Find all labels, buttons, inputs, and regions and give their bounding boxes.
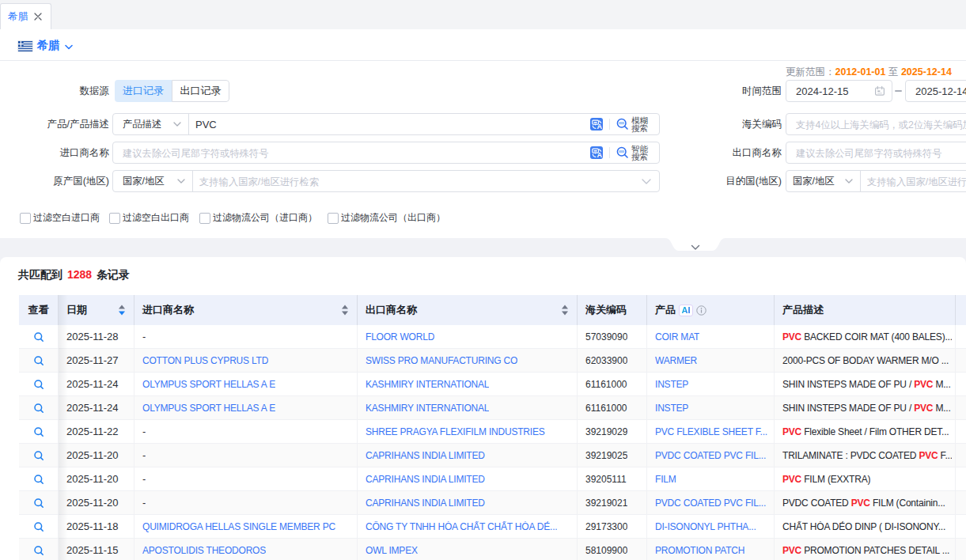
view-record-icon[interactable]	[33, 355, 44, 366]
product-type-select[interactable]: 产品描述	[113, 114, 189, 134]
view-record-icon[interactable]	[33, 521, 44, 532]
exporter-cell[interactable]: CAPRIHANS INDIA LIMITED	[358, 491, 578, 515]
exporter-cell[interactable]: KASHMIRY INTERNATIONAL	[358, 373, 578, 396]
product-cell[interactable]: DI-ISONONYL PHTHA...	[647, 515, 775, 539]
view-record-icon[interactable]	[33, 379, 44, 390]
tab-close-icon[interactable]	[34, 13, 42, 21]
tab-greece[interactable]: 希腊	[0, 3, 51, 29]
exporter-cell[interactable]: CAPRIHANS INDIA LIMITED	[358, 467, 578, 491]
exporter-cell[interactable]: KASHMIRY INTERNATIONAL	[358, 396, 578, 420]
column-header-extra	[956, 295, 966, 325]
view-record-icon[interactable]	[33, 331, 44, 342]
product-cell[interactable]: PVDC COATED PVC FIL...	[647, 444, 775, 467]
hs-code-label: 海关编码	[680, 113, 782, 135]
translate-icon[interactable]: A	[590, 118, 603, 131]
product-cell[interactable]: INSTEP	[647, 373, 775, 396]
view-cell[interactable]	[19, 325, 59, 349]
product-cell[interactable]: PVDC COATED PVC FIL...	[647, 491, 775, 515]
filter-checkbox-3[interactable]: 过滤物流公司（出口商）	[328, 212, 445, 224]
view-record-icon[interactable]	[33, 403, 44, 414]
view-cell[interactable]	[19, 420, 59, 444]
sort-control[interactable]	[342, 305, 348, 316]
exporter-cell[interactable]: SHREE PRAGYA FLEXIFILM INDUSTRIES	[358, 420, 578, 444]
filter-panel: 更新范围：2012-01-01 至 2025-12-14 数据源 进口记录 出口…	[0, 61, 966, 238]
product-cell[interactable]: COIR MAT	[647, 325, 775, 349]
view-cell[interactable]	[19, 515, 59, 539]
view-cell[interactable]	[19, 539, 59, 560]
chevron-down-icon	[642, 179, 651, 184]
product-input[interactable]	[189, 114, 590, 134]
date-start-input[interactable]	[786, 81, 874, 101]
view-cell[interactable]	[19, 491, 59, 515]
filter-checkbox-0[interactable]: 过滤空白进口商	[20, 212, 100, 224]
view-cell[interactable]	[19, 444, 59, 467]
filter-checkbox-2[interactable]: 过滤物流公司（进口商）	[199, 212, 317, 224]
chevron-down-icon[interactable]	[65, 44, 73, 50]
column-label: 出口商名称	[366, 303, 417, 317]
translate-icon[interactable]: A	[590, 146, 603, 159]
fuzzy-search-label[interactable]: 模糊搜索	[631, 116, 648, 132]
exporter-input[interactable]	[786, 142, 966, 163]
column-header-importer[interactable]: 进口商名称	[134, 295, 358, 325]
hs-code-input[interactable]	[786, 114, 966, 134]
exporter-cell[interactable]: CAPRIHANS INDIA LIMITED	[358, 444, 578, 467]
view-record-icon[interactable]	[33, 474, 44, 485]
view-cell[interactable]	[19, 396, 59, 420]
smart-search-icon[interactable]	[616, 146, 629, 159]
extra-cell	[956, 491, 966, 515]
table-header: 查看日期进口商名称出口商名称海关编码产品AI产品描述	[19, 295, 966, 325]
destination-input[interactable]	[861, 171, 966, 191]
view-cell[interactable]	[19, 349, 59, 373]
view-record-icon[interactable]	[33, 426, 44, 437]
importer-cell[interactable]: OLYMPUS SPORT HELLAS A E	[134, 396, 358, 420]
origin-field: 国家/地区	[112, 170, 660, 192]
view-record-icon[interactable]	[33, 545, 44, 556]
extra-cell	[956, 373, 966, 396]
origin-input[interactable]	[193, 171, 642, 191]
checkbox-icon[interactable]	[199, 213, 210, 224]
ai-badge: AI	[679, 305, 693, 316]
view-cell[interactable]	[19, 373, 59, 396]
importer-input[interactable]	[113, 142, 590, 163]
column-header-exporter[interactable]: 出口商名称	[358, 295, 578, 325]
date-end-input[interactable]	[906, 81, 966, 101]
filter-checkbox-1[interactable]: 过滤空白出口商	[109, 212, 189, 224]
collapse-panel-tab[interactable]	[665, 238, 725, 252]
column-label: 产品	[655, 303, 676, 317]
svg-text:A: A	[597, 123, 603, 131]
export-records-button[interactable]: 出口记录	[172, 80, 229, 102]
exporter-cell[interactable]: CÔNG TY TNHH HÓA CHẤT CHẤT HÓA DẺ...	[358, 515, 578, 539]
importer-cell[interactable]: APOSTOLIDIS THEODOROS	[134, 539, 358, 560]
importer-cell[interactable]: OLYMPUS SPORT HELLAS A E	[134, 373, 358, 396]
exporter-cell[interactable]: FLOOR WORLD	[358, 325, 578, 349]
product-cell[interactable]: PROMOTION PATCH	[647, 539, 775, 560]
fuzzy-search-icon[interactable]	[616, 118, 629, 131]
importer-cell[interactable]: COTTON PLUS CYPRUS LTD	[134, 349, 358, 373]
origin-type-select[interactable]: 国家/地区	[113, 171, 193, 191]
hs-code-cell: 61161000	[578, 373, 647, 396]
exporter-cell[interactable]: OWL IMPEX	[358, 539, 578, 560]
sort-control[interactable]	[562, 305, 568, 316]
extra-cell	[956, 539, 966, 560]
checkbox-icon[interactable]	[328, 213, 339, 224]
info-icon[interactable]	[696, 305, 707, 316]
column-header-date[interactable]: 日期	[59, 295, 134, 325]
product-cell[interactable]: FILM	[647, 467, 775, 491]
data-source-label: 数据源	[0, 80, 109, 102]
importer-cell[interactable]: QUIMIDROGA HELLAS SINGLE MEMBER PC	[134, 515, 358, 539]
checkbox-icon[interactable]	[109, 213, 120, 224]
import-records-button[interactable]: 进口记录	[115, 80, 172, 102]
checkbox-icon[interactable]	[20, 213, 31, 224]
column-header-product: 产品AI	[647, 295, 775, 325]
sort-control[interactable]	[119, 305, 125, 316]
smart-search-label[interactable]: 智能搜索	[631, 145, 648, 161]
destination-type-select[interactable]: 国家/地区	[786, 171, 861, 191]
product-field: 产品描述 A 模糊搜索	[112, 113, 660, 135]
view-cell[interactable]	[19, 467, 59, 491]
view-record-icon[interactable]	[33, 450, 44, 461]
product-cell[interactable]: PVC FLEXIBLE SHEET F...	[647, 420, 775, 444]
view-record-icon[interactable]	[33, 498, 44, 509]
product-cell[interactable]: INSTEP	[647, 396, 775, 420]
exporter-cell[interactable]: SWISS PRO MANUFACTURING CO	[358, 349, 578, 373]
product-cell[interactable]: WARMER	[647, 349, 775, 373]
